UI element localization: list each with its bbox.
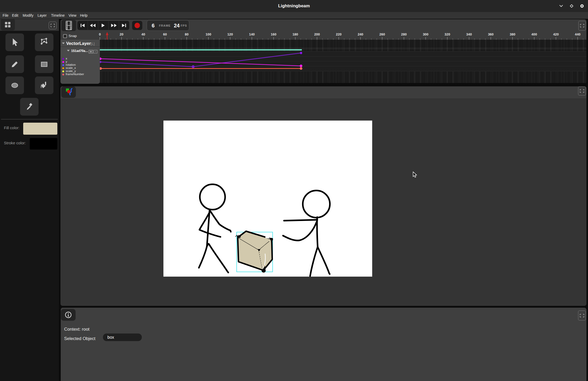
svg-text:0: 0 <box>99 32 101 36</box>
svg-text:160: 160 <box>271 32 277 36</box>
svg-text:120: 120 <box>227 32 233 36</box>
svg-text:360: 360 <box>488 32 494 36</box>
svg-text:340: 340 <box>466 32 472 36</box>
svg-text:320: 320 <box>444 32 450 36</box>
svg-text:20: 20 <box>120 32 123 36</box>
svg-text:60: 60 <box>163 32 167 36</box>
svg-text:40: 40 <box>141 32 145 36</box>
svg-text:260: 260 <box>379 32 385 36</box>
svg-text:280: 280 <box>401 32 407 36</box>
svg-text:140: 140 <box>249 32 255 36</box>
svg-text:400: 400 <box>531 32 537 36</box>
svg-text:240: 240 <box>358 32 363 36</box>
svg-text:420: 420 <box>553 32 559 36</box>
svg-text:200: 200 <box>314 32 320 36</box>
svg-text:100: 100 <box>206 32 211 36</box>
svg-text:440: 440 <box>575 32 580 36</box>
svg-text:300: 300 <box>423 32 428 36</box>
svg-text:80: 80 <box>185 32 188 36</box>
svg-text:380: 380 <box>510 32 515 36</box>
svg-text:220: 220 <box>336 32 342 36</box>
svg-text:180: 180 <box>292 32 298 36</box>
